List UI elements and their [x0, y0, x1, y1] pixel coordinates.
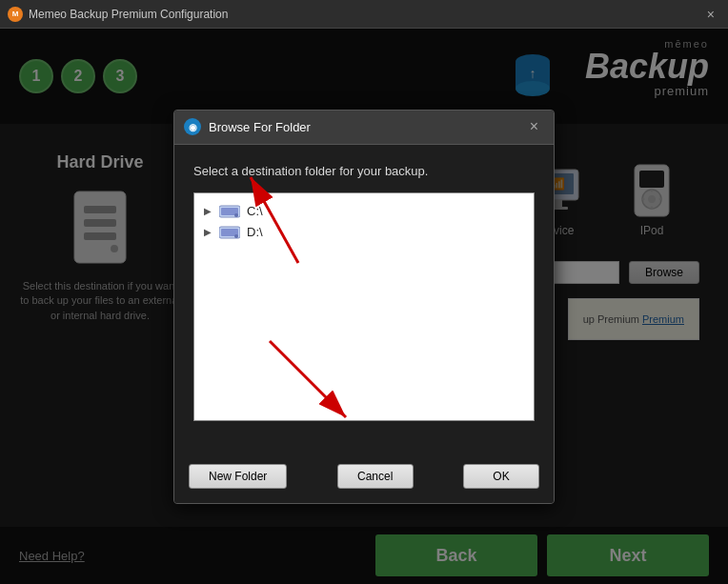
tree-arrow-c: ▶ [204, 206, 215, 216]
title-bar-text: Memeo Backup Premium Configuration [29, 8, 701, 21]
title-bar-close-button[interactable]: × [701, 5, 720, 24]
folder-tree[interactable]: ▶ C:\ ▶ [193, 192, 535, 421]
svg-point-24 [234, 213, 238, 217]
drive-icon-d [219, 225, 240, 240]
svg-point-27 [234, 234, 238, 238]
tree-arrow-d: ▶ [204, 227, 215, 237]
modal-instruction: Select a destination folder for your bac… [193, 164, 535, 178]
tree-label-c: C:\ [247, 204, 263, 218]
new-folder-button[interactable]: New Folder [189, 464, 287, 489]
modal-close-button[interactable]: × [524, 116, 544, 137]
modal-header-icon: ◉ [184, 118, 201, 135]
tree-item-d[interactable]: ▶ D:\ [202, 222, 526, 243]
tree-item-c[interactable]: ▶ C:\ [202, 201, 526, 222]
modal-body: Select a destination folder for your bac… [174, 145, 554, 454]
title-bar: M Memeo Backup Premium Configuration × [0, 0, 728, 29]
modal-title: Browse For Folder [209, 120, 524, 134]
ok-button[interactable]: OK [463, 464, 539, 489]
tree-label-d: D:\ [247, 225, 263, 239]
cancel-button[interactable]: Cancel [337, 464, 414, 489]
modal-header: ◉ Browse For Folder × [174, 111, 554, 145]
modal-footer: New Folder Cancel OK [174, 454, 554, 503]
browse-folder-modal: ◉ Browse For Folder × Select a destinati… [173, 110, 555, 504]
modal-overlay: ◉ Browse For Folder × Select a destinati… [0, 29, 728, 584]
main-content: 1 2 3 ↑ mēmeo Backup premium Har [0, 29, 728, 584]
drive-icon-c [219, 204, 240, 219]
app-icon: M [8, 7, 23, 22]
